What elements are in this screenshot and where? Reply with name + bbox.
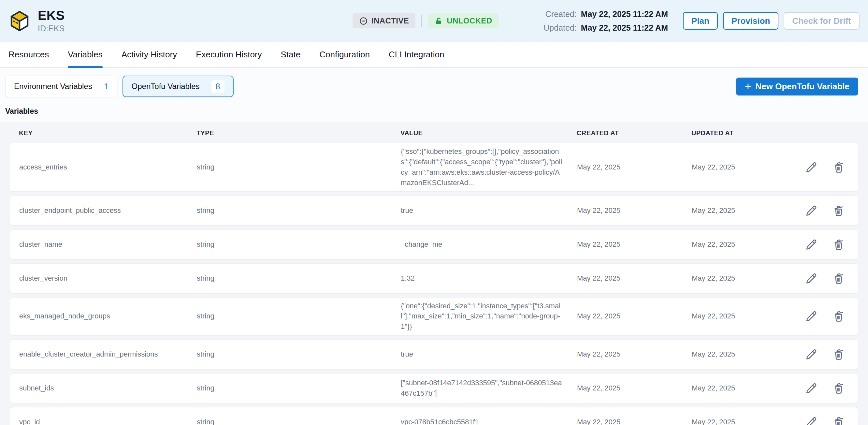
lock-badge: UNLOCKED — [428, 13, 498, 28]
delete-icon[interactable] — [833, 238, 845, 251]
variable-key: enable_cluster_creator_admin_permissions — [10, 349, 188, 360]
variable-type: string — [188, 239, 392, 250]
table-row: enable_cluster_creator_admin_permissions… — [10, 339, 858, 369]
unlocked-padlock-icon — [434, 17, 443, 25]
delete-icon[interactable] — [833, 161, 845, 173]
column-header-updated-at: UPDATED AT — [682, 129, 796, 137]
subtab-environment-variables-label: Environment Variables — [14, 82, 92, 91]
variable-created-at: May 22, 2025 — [568, 239, 683, 250]
header-actions: Plan Provision Check for Drift — [683, 12, 860, 30]
plan-button[interactable]: Plan — [683, 12, 718, 30]
edit-icon[interactable] — [805, 416, 817, 425]
updated-label: Updated: — [544, 23, 577, 33]
variable-updated-at: May 22, 2025 — [683, 239, 796, 250]
created-value: May 22, 2025 11:22 AM — [581, 9, 668, 19]
status-badges: INACTIVE UNLOCKED — [352, 13, 498, 28]
variable-created-at: May 22, 2025 — [568, 311, 683, 321]
variable-value: _change_me_ — [392, 239, 568, 250]
tab-state[interactable]: State — [281, 42, 301, 67]
variable-type: string — [188, 417, 392, 425]
row-actions — [796, 348, 861, 361]
edit-icon[interactable] — [805, 310, 817, 322]
column-header-value: VALUE — [391, 129, 567, 137]
edit-icon[interactable] — [805, 272, 817, 284]
variable-created-at: May 22, 2025 — [568, 417, 683, 425]
variable-key: cluster_version — [10, 273, 188, 283]
tab-variables[interactable]: Variables — [68, 42, 102, 67]
variable-value: {"sso":{"kubernetes_groups":[],"policy_a… — [392, 146, 568, 188]
column-header-created-at: CREATED AT — [567, 129, 682, 137]
tab-cli-integration[interactable]: CLI Integration — [389, 42, 444, 67]
page-title: EKS — [38, 8, 64, 23]
row-actions — [796, 238, 861, 251]
delete-icon[interactable] — [833, 310, 845, 322]
row-actions — [796, 161, 861, 173]
row-actions — [796, 310, 861, 322]
variable-key: vpc_id — [10, 417, 188, 425]
status-badge: INACTIVE — [352, 13, 415, 28]
variables-subtabs: Environment Variables 1 OpenTofu Variabl… — [0, 68, 868, 97]
check-for-drift-button[interactable]: Check for Drift — [784, 12, 860, 30]
tab-configuration[interactable]: Configuration — [319, 42, 370, 67]
variable-value: {"one":{"desired_size":1,"instance_types… — [392, 301, 568, 332]
opentofu-variables-count: 8 — [212, 80, 224, 93]
delete-icon[interactable] — [833, 348, 845, 361]
status-badge-label: INACTIVE — [371, 16, 409, 25]
variable-updated-at: May 22, 2025 — [683, 383, 796, 393]
variable-created-at: May 22, 2025 — [568, 383, 683, 393]
subtab-environment-variables[interactable]: Environment Variables 1 — [5, 75, 117, 97]
edit-icon[interactable] — [805, 382, 817, 394]
edit-icon[interactable] — [805, 204, 817, 217]
environment-variables-count: 1 — [104, 82, 108, 91]
variable-created-at: May 22, 2025 — [568, 273, 683, 283]
tab-resources[interactable]: Resources — [8, 42, 49, 67]
created-label: Created: — [544, 9, 577, 19]
column-header-type: TYPE — [187, 129, 391, 137]
delete-icon[interactable] — [833, 382, 845, 394]
row-actions — [796, 272, 861, 284]
variable-key: subnet_ids — [10, 383, 188, 393]
variable-updated-at: May 22, 2025 — [683, 417, 796, 425]
minus-circle-icon — [359, 17, 368, 25]
variable-key: eks_managed_node_groups — [10, 311, 188, 321]
table-row: cluster_endpoint_public_access string tr… — [10, 195, 858, 225]
table-row: cluster_version string 1.32 May 22, 2025… — [10, 263, 858, 293]
section-title: Variables — [0, 97, 868, 122]
table-row: cluster_name string _change_me_ May 22, … — [10, 230, 858, 260]
variable-updated-at: May 22, 2025 — [683, 349, 796, 360]
variable-type: string — [188, 349, 392, 360]
delete-icon[interactable] — [833, 416, 845, 425]
variable-type: string — [188, 205, 392, 216]
variable-updated-at: May 22, 2025 — [683, 311, 796, 321]
tab-activity-history[interactable]: Activity History — [122, 42, 177, 67]
delete-icon[interactable] — [833, 272, 845, 284]
updated-value: May 22, 2025 11:22 AM — [581, 23, 668, 33]
variable-created-at: May 22, 2025 — [568, 205, 683, 216]
edit-icon[interactable] — [805, 238, 817, 251]
edit-icon[interactable] — [805, 161, 817, 173]
table-row: subnet_ids string ["subnet-08f14e7142d33… — [10, 373, 858, 403]
variable-type: string — [188, 273, 392, 283]
new-opentofu-variable-button[interactable]: + New OpenTofu Variable — [736, 78, 858, 95]
variable-updated-at: May 22, 2025 — [683, 205, 796, 216]
provision-button[interactable]: Provision — [723, 12, 778, 30]
plus-icon: + — [745, 81, 751, 92]
edit-icon[interactable] — [805, 348, 817, 361]
tab-bar: Resources Variables Activity History Exe… — [0, 42, 868, 68]
new-opentofu-variable-label: New OpenTofu Variable — [755, 82, 849, 92]
lock-badge-label: UNLOCKED — [447, 16, 492, 25]
badge-divider — [421, 15, 422, 27]
table-row: eks_managed_node_groups string {"one":{"… — [10, 297, 858, 336]
variable-type: string — [188, 383, 392, 393]
subtab-opentofu-variables[interactable]: OpenTofu Variables 8 — [123, 75, 234, 97]
tab-execution-history[interactable]: Execution History — [196, 42, 261, 67]
environment-id: ID:EKS — [38, 24, 64, 33]
variable-key: cluster_name — [10, 239, 188, 250]
row-actions — [796, 204, 861, 217]
table-header: KEY TYPE VALUE CREATED AT UPDATED AT — [10, 122, 858, 143]
row-actions — [796, 416, 861, 425]
variable-type: string — [188, 311, 392, 321]
variable-created-at: May 22, 2025 — [568, 349, 683, 360]
delete-icon[interactable] — [833, 204, 845, 217]
variable-key: access_entries — [10, 162, 188, 173]
